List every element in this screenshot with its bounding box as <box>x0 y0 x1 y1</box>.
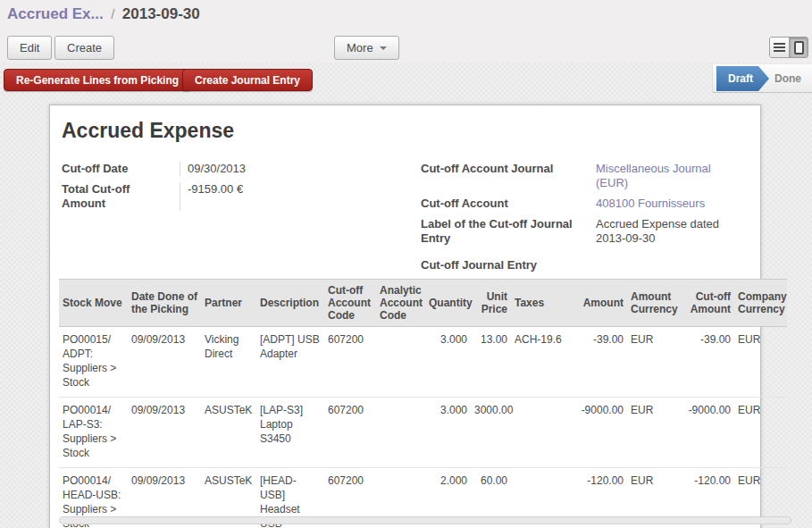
total-cutoff-amount-label: Total Cut-off Amount <box>62 182 180 211</box>
table-cell: [ADPT] USB Adapter <box>256 327 324 398</box>
table-cell: -9000.00 <box>683 398 734 468</box>
breadcrumb-parent-link[interactable]: Accrued Ex... <box>7 5 104 22</box>
table-header-row: Stock MoveDate Done of the PickingPartne… <box>59 280 787 327</box>
statusbar: Draft Done <box>712 64 812 93</box>
table-cell: Vicking Direct <box>201 327 256 398</box>
column-header: Quantity <box>425 280 471 327</box>
status-draft[interactable]: Draft <box>716 66 769 91</box>
column-header: Date Done of the Picking <box>128 280 201 327</box>
cutoff-date-value: 09/30/2013 <box>180 162 323 176</box>
table-cell: 09/09/2013 <box>128 327 201 398</box>
table-cell: [LAP-S3] Laptop S3450 <box>256 398 324 468</box>
create-button[interactable]: Create <box>54 36 114 60</box>
table-cell: 3.000 <box>425 398 471 468</box>
list-view-button[interactable] <box>770 38 789 57</box>
column-header: Cut-off Account Code <box>324 280 376 327</box>
page-title: Accrued Expense <box>62 119 234 143</box>
column-header: Unit Price <box>471 280 511 327</box>
table-cell <box>376 398 425 468</box>
status-done[interactable]: Done <box>774 66 801 91</box>
table-row[interactable]: PO00014/ LAP-S3: Suppliers > Stock09/09/… <box>59 398 787 468</box>
column-header: Stock Move <box>59 280 128 327</box>
table-cell: EUR <box>734 327 787 398</box>
breadcrumb-separator: / <box>107 6 118 21</box>
more-button[interactable]: More <box>334 36 399 60</box>
column-header: Description <box>256 280 324 327</box>
form-sheet: Accrued Expense Cut-off Date 09/30/2013 … <box>49 105 761 528</box>
table-cell: 09/09/2013 <box>128 398 201 468</box>
table-cell: 607200 <box>324 398 376 468</box>
regenerate-lines-button[interactable]: Re-Generate Lines from Picking <box>4 69 191 91</box>
cutoff-account-journal-label: Cut-off Account Journal <box>421 162 596 190</box>
column-header: Amount Currency <box>627 280 683 327</box>
journal-entry-label-label: Label of the Cut-off Journal Entry <box>421 217 596 246</box>
field-group-right: Cut-off Account Journal Miscellaneous Jo… <box>421 162 760 279</box>
column-header: Company Currency <box>734 280 787 327</box>
form-view-button[interactable] <box>789 38 808 57</box>
view-switcher <box>769 37 808 58</box>
toolbar: Edit Create More <box>0 29 812 63</box>
table-cell: ACH-19.6 <box>511 327 573 398</box>
cutoff-journal-entry-label: Cut-off Journal Entry <box>421 258 596 272</box>
cutoff-lines-table: Stock MoveDate Done of the PickingPartne… <box>59 279 792 528</box>
cutoff-journal-entry-value <box>596 258 739 272</box>
create-journal-entry-button[interactable]: Create Journal Entry <box>182 69 313 91</box>
journal-entry-label-value: Accrued Expense dated 2013-09-30 <box>596 217 739 246</box>
table-cell: ASUSTeK <box>201 398 256 468</box>
cutoff-account-journal-value[interactable]: Miscellaneous Journal (EUR) <box>596 162 739 190</box>
chevron-down-icon <box>380 46 387 50</box>
cutoff-date-label: Cut-off Date <box>62 162 180 176</box>
table-cell: EUR <box>627 327 683 398</box>
table-cell: PO00014/ LAP-S3: Suppliers > Stock <box>59 398 128 468</box>
table-cell: 3000.00 <box>471 398 511 468</box>
table-cell: PO00015/ ADPT: Suppliers > Stock <box>59 327 128 398</box>
form-icon <box>794 41 804 54</box>
breadcrumb-bar: Accrued Ex... / 2013-09-30 <box>0 0 812 29</box>
table-cell: -39.00 <box>683 327 734 398</box>
table-cell: 3.000 <box>425 327 471 398</box>
column-header: Analytic Account Code <box>376 280 425 327</box>
table-cell: EUR <box>734 398 787 468</box>
breadcrumb-current: 2013-09-30 <box>122 5 200 22</box>
table-cell: EUR <box>627 398 683 468</box>
table-cell <box>511 398 573 468</box>
table-cell: -9000.00 <box>573 398 627 468</box>
cutoff-account-label: Cut-off Account <box>421 197 596 211</box>
total-cutoff-amount-value: -9159.00 € <box>180 182 323 211</box>
table-cell: 607200 <box>324 327 376 398</box>
table-row[interactable]: PO00015/ ADPT: Suppliers > Stock09/09/20… <box>59 327 787 398</box>
cutoff-account-value[interactable]: 408100 Fournisseurs <box>596 197 739 211</box>
column-header: Taxes <box>511 280 573 327</box>
table-cell <box>376 327 425 398</box>
field-group-left: Cut-off Date 09/30/2013 Total Cut-off Am… <box>62 162 410 217</box>
edit-button[interactable]: Edit <box>7 36 52 60</box>
content-area: Draft Done Re-Generate Lines from Pickin… <box>0 63 812 528</box>
table-cell: -39.00 <box>573 327 627 398</box>
column-header: Cut-off Amount <box>683 280 734 327</box>
list-icon <box>774 43 785 45</box>
column-header: Partner <box>201 280 256 327</box>
more-button-label: More <box>347 41 373 54</box>
horizontal-scrollbar[interactable] <box>59 516 791 524</box>
table-cell: 13.00 <box>471 327 511 398</box>
column-header: Amount <box>573 280 627 327</box>
